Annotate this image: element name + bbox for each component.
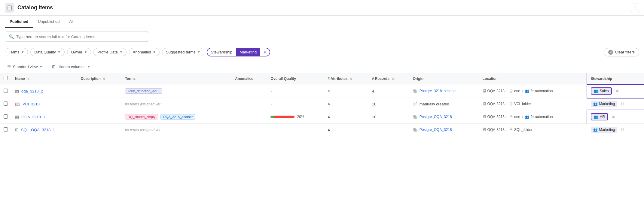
row-checkbox-cell[interactable] [0,110,11,124]
anomalies-cell [231,110,267,124]
table-type-icon: ▦ [15,89,19,93]
hidden-columns-button[interactable]: ⊞ Hidden columns ▼ [50,63,93,70]
quality-bar: 20% [270,115,320,119]
filter-data-quality[interactable]: Data Quality ▼ [30,48,64,56]
origin-cell: 🐘 Postgre_OQA_3218 [409,110,479,124]
terms-cell: no terms assigned yet [121,124,231,136]
tab-published[interactable]: Published [5,16,33,28]
term-badge[interactable]: Term_detection_3218 [125,88,162,94]
row-checkbox[interactable] [4,89,8,93]
sort-icon[interactable]: ⇅ [103,77,105,80]
table-row: 📖 VCl_3218 no terms assigned yet - 4 10 [0,98,644,110]
chain-icon: ⛓ [612,115,615,119]
table-icon: ☰ [7,64,11,69]
users-icon: 👥 [525,89,530,93]
term-badge-oqa[interactable]: OQA_3218_another [160,114,195,120]
filter-owner[interactable]: Owner ▼ [67,48,91,56]
table-row: ▦ OQA_3218_1 DQ_shared_empty OQA_3218_an… [0,110,644,124]
database-icon: 🗄 [483,89,486,93]
records-cell: 10 [368,110,409,124]
users-icon: 👥 [593,102,598,106]
origin-text: manually created [420,102,449,106]
stewardship-cell: 👥 Sales ⛓ [587,84,644,98]
search-input[interactable] [16,35,145,39]
steward-badge[interactable]: 👥 Sales [591,87,612,95]
name-cell: 📖 VCl_3218 [11,98,77,110]
row-checkbox[interactable] [4,101,8,106]
table-header-row: Name ⇅ Description ⇅ Terms Anomalies Ove [0,73,644,84]
select-all-checkbox[interactable] [4,76,8,80]
origin-link[interactable]: Postgre_OQA_3218 [420,128,452,132]
origin-link[interactable]: Postgre_OQA_3218 [420,115,452,119]
chevron-down-icon: ▼ [197,50,200,54]
header-menu-button[interactable]: ⋮ [631,4,639,12]
col-header-attributes: # Attributes ⇅ [324,73,368,84]
row-checkbox-cell[interactable] [0,98,11,110]
steward-badge[interactable]: 👥 Marketing [591,101,618,107]
row-checkbox[interactable] [4,127,8,132]
location-part: SQL_folder [514,128,533,132]
stewardship-cell: 👥 HR ⛓ [587,110,644,124]
tab-all[interactable]: All [64,16,78,28]
terms-cell: Term_detection_3218 [121,84,231,98]
attributes-cell: 4 [324,124,368,136]
steward-badge[interactable]: 👥 HR [591,113,608,120]
steward-badge[interactable]: 👥 Marketing [591,127,618,133]
filters-row: Terms ▼ Data Quality ▼ Owner ▼ Profile D… [0,45,644,60]
chevron-down-icon: ▼ [58,50,61,54]
sort-icon[interactable]: ⇅ [392,77,394,80]
records-cell: - [368,124,409,136]
quality-bar-green [270,116,274,118]
filter-terms[interactable]: Terms ▼ [5,48,28,56]
row-checkbox-cell[interactable] [0,124,11,136]
arrow-icon: › [506,115,508,119]
tab-unpublished[interactable]: Unpublished [33,16,64,28]
origin-link[interactable]: Postgre_3218_second [420,89,456,93]
location-part: OQA-3218 [487,128,505,132]
chevron-down-icon: ▼ [87,65,90,68]
item-name-link[interactable]: SQL_OQA_3218_1 [21,128,55,132]
filter-suggested-terms[interactable]: Suggested terms ▼ [162,48,204,56]
quality-bar-container [270,116,295,118]
anomalies-cell [231,98,267,110]
terms-cell: DQ_shared_empty OQA_3218_another [121,110,231,124]
origin-cell: 📄 manually created [409,98,479,110]
select-all-cell[interactable] [0,73,11,84]
chevron-down-icon: ▼ [84,50,87,54]
location-part: OQA-3218 [487,102,505,106]
name-cell: ⊞ SQL_OQA_3218_1 [11,124,77,136]
users-icon: 👥 [593,128,598,132]
toolbar-row: ☰ Standard view ▼ ⊞ Hidden columns ▼ [0,60,644,73]
location-part: one [514,115,520,119]
filter-stewardship[interactable]: Stewardship Marketing ▼ [207,48,270,56]
clear-filters-button[interactable]: ✕ Clear filters [604,48,639,56]
stewardship-cell: 👥 Marketing ⛓ [587,98,644,110]
location-part: fe-automation [531,115,553,119]
standard-view-button[interactable]: ☰ Standard view ▼ [5,63,45,70]
col-header-origin: Origin [409,73,479,84]
app-icon: 📋 [5,3,14,13]
description-cell [77,110,121,124]
filter-anomalies[interactable]: Anomalies ▼ [129,48,160,56]
data-table: Name ⇅ Description ⇅ Terms Anomalies Ove [0,73,644,136]
filter-profile-date[interactable]: Profile Date ▼ [93,48,127,56]
col-header-records: # Records ⇅ [368,73,409,84]
row-checkbox[interactable] [4,114,8,119]
sort-icon[interactable]: ⇅ [27,77,29,80]
chain-icon: ⛓ [621,102,624,106]
no-terms-label: no terms assigned yet [125,128,160,132]
chain-icon: ⛓ [615,89,619,93]
row-checkbox-cell[interactable] [0,84,11,98]
item-name-link[interactable]: oqa_3218_2 [21,89,43,93]
location-cell: 🗄 OQA-3218 › 🗄 one › 👥 fe-automation [479,110,587,124]
item-name-link[interactable]: OQA_3218_1 [21,115,45,119]
location-cell: 🗄 OQA-3218 › 🗄 one › 👥 fe-automation [479,84,587,98]
location-part: OQA-3218 [487,115,505,119]
item-name-link[interactable]: VCl_3218 [23,102,40,106]
chain-icon: ⛓ [621,128,624,132]
sort-icon[interactable]: ⇅ [350,77,352,80]
term-badge-dq[interactable]: DQ_shared_empty [125,114,158,120]
col-header-quality: Overall Quality [267,73,324,84]
chevron-down-icon[interactable]: ▼ [260,49,270,56]
app-title: Catalog Items [17,5,53,11]
